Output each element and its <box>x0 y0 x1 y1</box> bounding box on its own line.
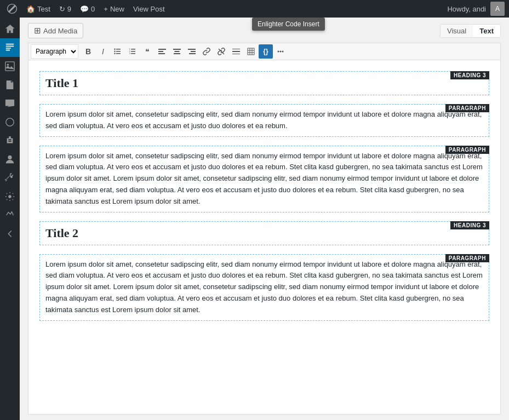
sidebar-item-enlighter[interactable] <box>0 206 20 225</box>
hr-button[interactable] <box>229 44 243 59</box>
code-insert-tooltip: Enlighter Code Insert <box>252 18 325 31</box>
svg-rect-30 <box>248 48 254 55</box>
tab-text[interactable]: Text <box>473 25 500 37</box>
heading-2[interactable]: Title 2 <box>45 226 483 240</box>
paragraph-5[interactable]: Lorem ipsum dolor sit amet, consetetur s… <box>45 259 483 316</box>
svg-rect-27 <box>232 49 240 49</box>
paragraph-3[interactable]: Lorem ipsum dolor sit amet, consetetur s… <box>45 151 483 208</box>
adminbar-new[interactable]: + New <box>99 0 129 18</box>
svg-point-35 <box>278 51 279 53</box>
content-block-1[interactable]: HEADING 3 Title 1 <box>39 71 489 95</box>
svg-rect-23 <box>188 49 196 50</box>
svg-rect-17 <box>158 49 166 50</box>
sidebar-item-comments[interactable] <box>0 94 20 113</box>
sidebar-item-settings[interactable] <box>0 187 20 206</box>
svg-rect-13 <box>131 53 135 54</box>
plus-icon: + <box>104 5 108 13</box>
sidebar-collapse[interactable] <box>0 225 20 243</box>
sidebar-item-users[interactable] <box>0 150 20 169</box>
content-block-5[interactable]: PARAGRAPH Lorem ipsum dolor sit amet, co… <box>39 254 489 321</box>
italic-button[interactable]: I <box>96 44 110 59</box>
align-left-button[interactable] <box>155 44 169 59</box>
svg-point-2 <box>6 118 14 126</box>
svg-point-36 <box>280 51 282 53</box>
block-label-1: HEADING 3 <box>450 71 489 79</box>
svg-rect-5 <box>116 49 121 50</box>
adminbar-view-post[interactable]: View Post <box>129 0 169 18</box>
editor-toolbar: Paragraph B I 123 ❝ <box>28 43 501 60</box>
main-content: ⊞ Add Media Visual Text Paragraph B I <box>20 18 509 420</box>
svg-point-9 <box>114 51 115 52</box>
svg-rect-25 <box>189 53 196 54</box>
svg-rect-21 <box>175 51 180 52</box>
bold-button[interactable]: B <box>81 44 95 59</box>
sidebar-item-posts[interactable] <box>0 38 20 57</box>
svg-rect-24 <box>191 51 196 52</box>
block-label-2: PARAGRAPH <box>445 104 489 112</box>
svg-rect-29 <box>232 54 240 54</box>
link-button[interactable] <box>199 44 214 59</box>
add-media-icon: ⊞ <box>34 26 41 36</box>
admin-bar: 🏠 Test ↻ 9 💬 0 + New View Post Howdy, an… <box>0 0 509 18</box>
svg-point-4 <box>8 195 11 198</box>
wp-logo[interactable] <box>4 0 20 18</box>
svg-rect-19 <box>158 53 165 54</box>
sidebar-item-media[interactable] <box>0 57 20 76</box>
admin-sidebar <box>0 18 20 420</box>
paragraph-2[interactable]: Lorem ipsum dolor sit amet, consetetur s… <box>45 109 483 132</box>
sidebar-item-tools[interactable] <box>0 169 20 187</box>
svg-text:3: 3 <box>129 52 131 55</box>
svg-rect-22 <box>174 53 180 54</box>
svg-rect-7 <box>116 53 121 54</box>
unlink-button[interactable] <box>214 44 228 59</box>
block-label-3: PARAGRAPH <box>445 146 489 154</box>
align-center-button[interactable] <box>170 44 184 59</box>
svg-point-8 <box>114 49 115 50</box>
align-right-button[interactable] <box>185 44 199 59</box>
editor-body[interactable]: HEADING 3 Title 1 PARAGRAPH Lorem ipsum … <box>28 60 501 415</box>
blockquote-button[interactable]: ❝ <box>140 44 155 59</box>
unordered-list-button[interactable] <box>111 44 125 59</box>
svg-rect-12 <box>131 51 135 52</box>
add-media-button[interactable]: ⊞ Add Media <box>28 23 83 38</box>
svg-rect-18 <box>158 51 163 52</box>
ordered-list-button[interactable]: 123 <box>125 44 140 59</box>
tab-visual[interactable]: Visual <box>441 25 473 37</box>
adminbar-updates[interactable]: ↻ 9 <box>55 0 76 18</box>
home-icon: 🏠 <box>26 5 35 13</box>
howdy-text: Howdy, andi <box>447 5 486 13</box>
svg-rect-28 <box>232 51 240 52</box>
editor-wrap: ⊞ Add Media Visual Text Paragraph B I <box>20 18 509 420</box>
content-block-2[interactable]: PARAGRAPH Lorem ipsum dolor sit amet, co… <box>39 104 489 137</box>
svg-rect-11 <box>131 49 135 50</box>
sidebar-item-appearance[interactable] <box>0 113 20 131</box>
avatar[interactable]: A <box>490 2 505 16</box>
content-block-4[interactable]: HEADING 3 Title 2 <box>39 221 489 245</box>
sidebar-item-dashboard[interactable] <box>0 20 20 38</box>
block-label-5: PARAGRAPH <box>445 254 489 262</box>
svg-point-3 <box>8 156 12 159</box>
editor-tabs: Visual Text <box>440 24 501 38</box>
table-button[interactable] <box>244 44 258 59</box>
more-button[interactable] <box>273 44 288 59</box>
content-block-3[interactable]: PARAGRAPH Lorem ipsum dolor sit amet, co… <box>39 146 489 212</box>
svg-rect-20 <box>173 49 181 50</box>
sidebar-item-plugins[interactable] <box>0 131 20 150</box>
adminbar-comments[interactable]: 💬 0 <box>76 0 99 18</box>
svg-point-10 <box>114 53 115 54</box>
svg-point-1 <box>7 64 9 66</box>
adminbar-site-name[interactable]: 🏠 Test <box>22 0 55 18</box>
adminbar-right: Howdy, andi A <box>447 2 505 16</box>
block-label-4: HEADING 3 <box>450 221 489 229</box>
svg-rect-0 <box>5 62 14 71</box>
format-select[interactable]: Paragraph <box>31 44 78 59</box>
comments-icon: 💬 <box>80 5 89 13</box>
updates-icon: ↻ <box>59 5 65 13</box>
heading-1[interactable]: Title 1 <box>45 76 483 90</box>
svg-point-37 <box>282 51 284 53</box>
svg-rect-6 <box>116 51 121 52</box>
code-insert-button[interactable]: {} <box>259 44 273 59</box>
sidebar-item-pages[interactable] <box>0 76 20 94</box>
